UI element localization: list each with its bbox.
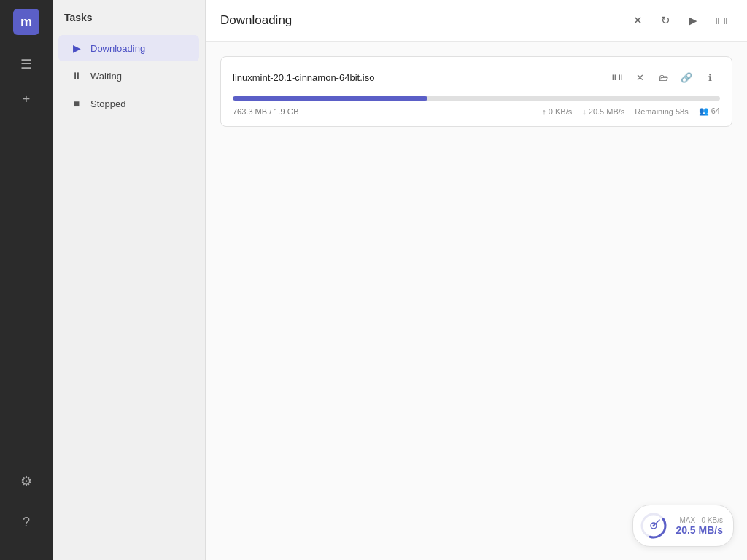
sidebar-title: Tasks	[53, 12, 205, 34]
menu-button[interactable]: ☰	[12, 50, 41, 79]
stats-right: ↑ 0 KB/s ↓ 20.5 MB/s Remaining 58s 👥 64	[542, 106, 720, 116]
play-icon: ▶	[70, 42, 83, 54]
pause-icon: ⏸	[70, 70, 83, 82]
upload-speed-widget: 0 KB/s	[702, 516, 723, 524]
close-all-button[interactable]: ✕	[626, 9, 649, 32]
bottom-icon-group: ⚙ ?	[12, 467, 41, 551]
play-all-button[interactable]: ▶	[681, 9, 705, 32]
app-logo: m	[13, 9, 39, 35]
size-total: 1.9 GB	[274, 107, 298, 116]
progress-bar-track	[233, 96, 720, 101]
progress-bar-fill	[233, 96, 427, 101]
speed-widget: MAX 0 KB/s 20.5 MB/s	[632, 505, 734, 547]
item-folder-button[interactable]: 🗁	[653, 67, 673, 88]
title-bar: Downloading ✕ ↻ ▶ ⏸⏸	[206, 0, 747, 42]
download-stats: 763.3 MB / 1.9 GB ↑ 0 KB/s ↓ 20.5 MB/s R…	[233, 106, 720, 116]
size-done: 763.3 MB	[233, 107, 267, 116]
sidebar-label-waiting: Waiting	[90, 71, 122, 82]
download-speed: ↓ 20.5 MB/s	[582, 107, 624, 116]
speed-current: 20.5 MB/s	[676, 524, 723, 536]
help-button[interactable]: ?	[12, 508, 41, 537]
download-card-actions: ⏸⏸ ✕ 🗁 🔗 ℹ	[606, 67, 720, 88]
sidebar-label-stopped: Stopped	[90, 98, 125, 109]
item-link-button[interactable]: 🔗	[676, 67, 697, 88]
connections-count: 👥 64	[699, 106, 720, 116]
speed-circle	[639, 511, 668, 540]
item-pause-button[interactable]: ⏸⏸	[606, 67, 627, 88]
speed-max-label: MAX 0 KB/s	[680, 516, 723, 524]
main-title: Downloading	[220, 13, 292, 28]
remaining-time: Remaining 58s	[635, 107, 688, 116]
size-progress: 763.3 MB / 1.9 GB	[233, 107, 299, 116]
settings-button[interactable]: ⚙	[12, 467, 41, 496]
main-content: Downloading ✕ ↻ ▶ ⏸⏸ linuxmint-20.1-cinn…	[206, 0, 747, 560]
sidebar: Tasks ▶ Downloading ⏸ Waiting ■ Stopped	[53, 0, 206, 560]
connections-icon: 👥	[699, 106, 709, 115]
download-filename: linuxmint-20.1-cinnamon-64bit.iso	[233, 72, 374, 83]
icon-bar: m ☰ + ⚙ ?	[0, 0, 53, 560]
speed-info: MAX 0 KB/s 20.5 MB/s	[676, 516, 723, 536]
download-card: linuxmint-20.1-cinnamon-64bit.iso ⏸⏸ ✕ 🗁…	[220, 56, 732, 127]
main-actions: ✕ ↻ ▶ ⏸⏸	[626, 9, 732, 32]
download-list: linuxmint-20.1-cinnamon-64bit.iso ⏸⏸ ✕ 🗁…	[206, 42, 747, 560]
sidebar-item-downloading[interactable]: ▶ Downloading	[58, 35, 199, 61]
refresh-button[interactable]: ↻	[654, 9, 677, 32]
item-info-button[interactable]: ℹ	[700, 67, 720, 88]
upload-speed: ↑ 0 KB/s	[542, 107, 572, 116]
stop-icon: ■	[70, 98, 83, 109]
sidebar-item-stopped[interactable]: ■ Stopped	[58, 90, 199, 117]
item-close-button[interactable]: ✕	[630, 67, 650, 88]
sidebar-label-downloading: Downloading	[90, 43, 145, 54]
add-button[interactable]: +	[12, 85, 41, 114]
sidebar-item-waiting[interactable]: ⏸ Waiting	[58, 63, 199, 89]
download-card-header: linuxmint-20.1-cinnamon-64bit.iso ⏸⏸ ✕ 🗁…	[233, 67, 720, 88]
pause-all-button[interactable]: ⏸⏸	[709, 9, 732, 32]
